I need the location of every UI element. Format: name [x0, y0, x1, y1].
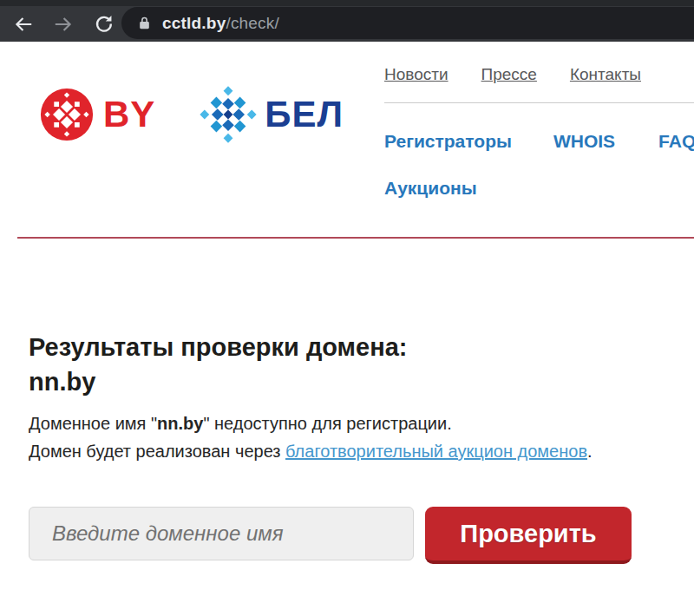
logo-bel-label: БЕЛ	[265, 94, 344, 135]
address-bar[interactable]: cctld.by/check/	[121, 7, 694, 39]
lock-icon	[137, 16, 152, 30]
red-separator-line	[17, 237, 694, 239]
domain-check-form: Проверить	[29, 507, 677, 564]
nav-item-faq[interactable]: FAQ	[658, 131, 694, 152]
check-results: Результаты проверки домена: nn.by Доменн…	[29, 330, 677, 564]
nav-item-auctions[interactable]: Аукционы	[384, 178, 477, 198]
nav-secondary-row: Аукционы	[384, 178, 694, 199]
auction-prefix: Домен будет реализован через	[29, 442, 285, 461]
nav-item-registrars[interactable]: Регистраторы	[384, 131, 512, 152]
tabstrip-edge	[0, 0, 694, 6]
logo-bel[interactable]: БЕЛ	[199, 85, 344, 144]
nav-item-news[interactable]: Новости	[384, 65, 448, 84]
page-title-domain: nn.by	[29, 364, 677, 399]
availability-prefix: Доменное имя "	[29, 414, 157, 433]
availability-text: Доменное имя "nn.by" недоступно для реги…	[29, 410, 677, 437]
browser-toolbar: cctld.by/check/	[0, 0, 694, 42]
nav-divider	[384, 102, 694, 103]
site-logos: BY БЕЛ	[39, 85, 344, 144]
forward-icon[interactable]	[52, 13, 75, 36]
nav-main-row: Регистраторы WHOIS FAQ	[384, 131, 694, 152]
availability-domain: nn.by	[157, 414, 203, 433]
nav-item-whois[interactable]: WHOIS	[553, 131, 615, 152]
page-title: Результаты проверки домена: nn.by	[29, 330, 677, 399]
back-icon[interactable]	[12, 13, 35, 36]
nav-item-contacts[interactable]: Контакты	[570, 65, 641, 84]
auction-link[interactable]: благотворительный аукцион доменов	[285, 442, 587, 461]
logo-by-label: BY	[103, 94, 155, 135]
site-nav: Новости Прессе Контакты Регистраторы WHO…	[384, 65, 694, 199]
availability-suffix: " недоступно для регистрации.	[203, 414, 451, 433]
url-path: /check/	[226, 14, 279, 32]
auction-text: Домен будет реализован через благотворит…	[29, 437, 677, 465]
logo-by[interactable]: BY	[39, 87, 155, 142]
auction-suffix: .	[587, 442, 593, 461]
reload-icon[interactable]	[92, 13, 115, 36]
url-text: cctld.by/check/	[162, 14, 279, 33]
page-title-line1: Результаты проверки домена:	[29, 330, 677, 364]
bel-ornament-icon	[199, 85, 258, 144]
domain-input[interactable]	[29, 507, 414, 560]
page-content: BY БЕЛ	[0, 42, 694, 616]
nav-item-press[interactable]: Прессе	[481, 65, 537, 84]
check-button[interactable]: Проверить	[425, 507, 632, 564]
by-ornament-icon	[39, 87, 95, 142]
url-host: cctld.by	[162, 14, 226, 32]
nav-top-row: Новости Прессе Контакты	[384, 65, 694, 84]
